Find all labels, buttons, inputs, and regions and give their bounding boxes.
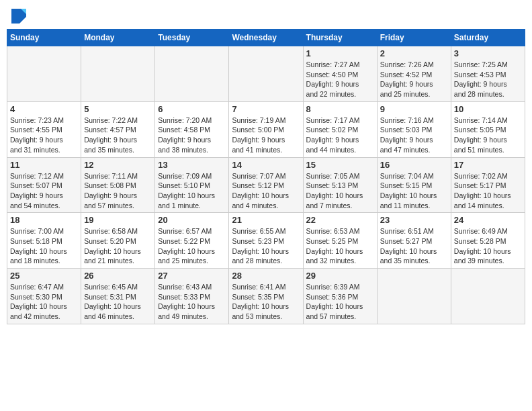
day-number: 20 (158, 215, 226, 225)
calendar-week-row: 18Sunrise: 7:00 AM Sunset: 5:18 PM Dayli… (7, 213, 525, 269)
day-number: 9 (380, 104, 448, 114)
calendar-cell: 9Sunrise: 7:16 AM Sunset: 5:03 PM Daylig… (377, 101, 451, 157)
day-info: Sunrise: 7:05 AM Sunset: 5:13 PM Dayligh… (306, 171, 374, 211)
day-info: Sunrise: 7:00 AM Sunset: 5:18 PM Dayligh… (10, 226, 78, 266)
column-header-tuesday: Tuesday (155, 30, 229, 46)
day-number: 19 (84, 215, 152, 225)
calendar-cell: 1Sunrise: 7:27 AM Sunset: 4:50 PM Daylig… (303, 46, 377, 102)
day-info: Sunrise: 6:47 AM Sunset: 5:30 PM Dayligh… (10, 282, 78, 322)
calendar-cell: 6Sunrise: 7:20 AM Sunset: 4:58 PM Daylig… (155, 101, 229, 157)
calendar-header-row: SundayMondayTuesdayWednesdayThursdayFrid… (7, 30, 525, 46)
day-info: Sunrise: 6:58 AM Sunset: 5:20 PM Dayligh… (84, 226, 152, 266)
column-header-friday: Friday (377, 30, 451, 46)
calendar-cell: 22Sunrise: 6:53 AM Sunset: 5:25 PM Dayli… (303, 213, 377, 269)
calendar-cell: 10Sunrise: 7:14 AM Sunset: 5:05 PM Dayli… (451, 101, 525, 157)
calendar-cell: 15Sunrise: 7:05 AM Sunset: 5:13 PM Dayli… (303, 157, 377, 213)
day-info: Sunrise: 7:19 AM Sunset: 5:00 PM Dayligh… (232, 116, 300, 155)
day-info: Sunrise: 7:17 AM Sunset: 5:02 PM Dayligh… (306, 116, 374, 155)
calendar-cell (377, 269, 451, 324)
day-info: Sunrise: 7:25 AM Sunset: 4:53 PM Dayligh… (454, 60, 522, 99)
calendar-cell (451, 269, 525, 324)
day-info: Sunrise: 7:07 AM Sunset: 5:12 PM Dayligh… (232, 171, 300, 211)
day-info: Sunrise: 6:43 AM Sunset: 5:33 PM Dayligh… (158, 282, 226, 322)
column-header-sunday: Sunday (7, 30, 81, 46)
calendar-table: SundayMondayTuesdayWednesdayThursdayFrid… (7, 29, 525, 324)
day-number: 25 (10, 271, 78, 281)
day-number: 24 (454, 215, 522, 225)
calendar-cell: 25Sunrise: 6:47 AM Sunset: 5:30 PM Dayli… (7, 269, 81, 324)
day-number: 1 (306, 48, 374, 58)
day-number: 2 (380, 48, 448, 58)
day-info: Sunrise: 7:14 AM Sunset: 5:05 PM Dayligh… (454, 116, 522, 155)
day-info: Sunrise: 7:11 AM Sunset: 5:08 PM Dayligh… (84, 171, 152, 211)
calendar-cell: 14Sunrise: 7:07 AM Sunset: 5:12 PM Dayli… (229, 157, 303, 213)
calendar-cell: 11Sunrise: 7:12 AM Sunset: 5:07 PM Dayli… (7, 157, 81, 213)
day-number: 7 (232, 104, 300, 114)
calendar-cell: 7Sunrise: 7:19 AM Sunset: 5:00 PM Daylig… (229, 101, 303, 157)
day-info: Sunrise: 7:26 AM Sunset: 4:52 PM Dayligh… (380, 60, 448, 99)
calendar-cell (155, 46, 229, 102)
day-info: Sunrise: 6:55 AM Sunset: 5:23 PM Dayligh… (232, 226, 300, 266)
column-header-saturday: Saturday (451, 30, 525, 46)
page-header (7, 7, 525, 24)
calendar-cell: 16Sunrise: 7:04 AM Sunset: 5:15 PM Dayli… (377, 157, 451, 213)
day-number: 4 (10, 104, 78, 114)
day-info: Sunrise: 7:27 AM Sunset: 4:50 PM Dayligh… (306, 60, 374, 99)
day-info: Sunrise: 7:22 AM Sunset: 4:57 PM Dayligh… (84, 116, 152, 155)
day-number: 14 (232, 160, 300, 170)
column-header-wednesday: Wednesday (229, 30, 303, 46)
day-number: 15 (306, 160, 374, 170)
day-info: Sunrise: 6:53 AM Sunset: 5:25 PM Dayligh… (306, 226, 374, 266)
day-info: Sunrise: 7:09 AM Sunset: 5:10 PM Dayligh… (158, 171, 226, 211)
calendar-cell: 3Sunrise: 7:25 AM Sunset: 4:53 PM Daylig… (451, 46, 525, 102)
calendar-cell: 20Sunrise: 6:57 AM Sunset: 5:22 PM Dayli… (155, 213, 229, 269)
calendar-week-row: 25Sunrise: 6:47 AM Sunset: 5:30 PM Dayli… (7, 269, 525, 324)
calendar-cell: 28Sunrise: 6:41 AM Sunset: 5:35 PM Dayli… (229, 269, 303, 324)
column-header-monday: Monday (81, 30, 155, 46)
calendar-week-row: 1Sunrise: 7:27 AM Sunset: 4:50 PM Daylig… (7, 46, 525, 102)
calendar-cell: 18Sunrise: 7:00 AM Sunset: 5:18 PM Dayli… (7, 213, 81, 269)
day-number: 5 (84, 104, 152, 114)
calendar-cell: 12Sunrise: 7:11 AM Sunset: 5:08 PM Dayli… (81, 157, 155, 213)
calendar-cell: 17Sunrise: 7:02 AM Sunset: 5:17 PM Dayli… (451, 157, 525, 213)
day-number: 28 (232, 271, 300, 281)
day-number: 23 (380, 215, 448, 225)
calendar-cell (229, 46, 303, 102)
day-number: 26 (84, 271, 152, 281)
calendar-cell (81, 46, 155, 102)
calendar-cell: 29Sunrise: 6:39 AM Sunset: 5:36 PM Dayli… (303, 269, 377, 324)
day-number: 21 (232, 215, 300, 225)
logo (9, 7, 26, 24)
calendar-cell: 24Sunrise: 6:49 AM Sunset: 5:28 PM Dayli… (451, 213, 525, 269)
day-number: 6 (158, 104, 226, 114)
day-number: 8 (306, 104, 374, 114)
calendar-week-row: 11Sunrise: 7:12 AM Sunset: 5:07 PM Dayli… (7, 157, 525, 213)
calendar-cell: 5Sunrise: 7:22 AM Sunset: 4:57 PM Daylig… (81, 101, 155, 157)
day-number: 13 (158, 160, 226, 170)
day-info: Sunrise: 6:41 AM Sunset: 5:35 PM Dayligh… (232, 282, 300, 322)
day-number: 10 (454, 104, 522, 114)
calendar-cell: 2Sunrise: 7:26 AM Sunset: 4:52 PM Daylig… (377, 46, 451, 102)
day-info: Sunrise: 6:57 AM Sunset: 5:22 PM Dayligh… (158, 226, 226, 266)
calendar-cell: 8Sunrise: 7:17 AM Sunset: 5:02 PM Daylig… (303, 101, 377, 157)
calendar-cell: 4Sunrise: 7:23 AM Sunset: 4:55 PM Daylig… (7, 101, 81, 157)
day-info: Sunrise: 6:45 AM Sunset: 5:31 PM Dayligh… (84, 282, 152, 322)
calendar-cell: 13Sunrise: 7:09 AM Sunset: 5:10 PM Dayli… (155, 157, 229, 213)
day-number: 17 (454, 160, 522, 170)
day-number: 29 (306, 271, 374, 281)
day-info: Sunrise: 7:16 AM Sunset: 5:03 PM Dayligh… (380, 116, 448, 155)
column-header-thursday: Thursday (303, 30, 377, 46)
day-number: 3 (454, 48, 522, 58)
day-info: Sunrise: 6:51 AM Sunset: 5:27 PM Dayligh… (380, 226, 448, 266)
calendar-cell: 21Sunrise: 6:55 AM Sunset: 5:23 PM Dayli… (229, 213, 303, 269)
day-info: Sunrise: 7:23 AM Sunset: 4:55 PM Dayligh… (10, 116, 78, 155)
day-info: Sunrise: 7:02 AM Sunset: 5:17 PM Dayligh… (454, 171, 522, 211)
day-info: Sunrise: 7:20 AM Sunset: 4:58 PM Dayligh… (158, 116, 226, 155)
day-number: 27 (158, 271, 226, 281)
day-info: Sunrise: 7:12 AM Sunset: 5:07 PM Dayligh… (10, 171, 78, 211)
calendar-cell: 27Sunrise: 6:43 AM Sunset: 5:33 PM Dayli… (155, 269, 229, 324)
day-number: 18 (10, 215, 78, 225)
calendar-cell: 19Sunrise: 6:58 AM Sunset: 5:20 PM Dayli… (81, 213, 155, 269)
day-info: Sunrise: 6:39 AM Sunset: 5:36 PM Dayligh… (306, 282, 374, 322)
day-info: Sunrise: 7:04 AM Sunset: 5:15 PM Dayligh… (380, 171, 448, 211)
